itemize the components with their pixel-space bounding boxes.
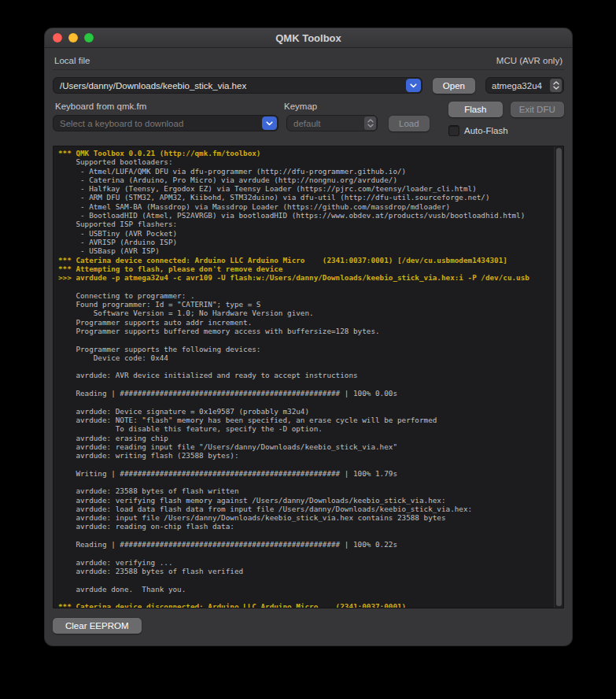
- console-line: To disable this feature, specify the -D …: [58, 424, 551, 433]
- console-line: avrdude: reading input file "/Users/dann…: [58, 442, 551, 451]
- console-line: - BootloadHID (Atmel, PS2AVRGB) via boot…: [58, 211, 551, 220]
- console-line: [58, 531, 551, 540]
- console-line: [58, 460, 551, 468]
- console-line: avrdude: 23588 bytes of flash written: [58, 486, 551, 495]
- window-title: QMK Toolbox: [275, 32, 341, 44]
- console-line: [58, 282, 551, 290]
- console-line: Reading | ##############################…: [58, 540, 551, 549]
- console-line: avrdude: writing flash (23588 bytes):: [58, 451, 551, 460]
- mcu-stepper[interactable]: [550, 79, 562, 92]
- auto-flash-checkbox[interactable]: [448, 125, 459, 136]
- console-line: avrdude: 23588 bytes of flash verified: [58, 567, 551, 575]
- console-line: - Caterina (Arduino, Pro Micro) via avrd…: [58, 176, 551, 184]
- console-line: Programmer supports the following device…: [58, 345, 551, 353]
- console-scrollbar[interactable]: [554, 146, 563, 608]
- console-line: avrdude: input file /Users/danny/Downloa…: [58, 513, 551, 522]
- keymap-select[interactable]: default: [286, 115, 378, 131]
- file-row: /Users/danny/Downloads/keebio_stick_via.…: [53, 77, 564, 94]
- console-line: Supported bootloaders:: [58, 157, 551, 166]
- console-line: Writing | ##############################…: [58, 469, 551, 478]
- console-line: Programmer supports buffered memory acce…: [58, 327, 551, 335]
- console-line: [58, 398, 551, 406]
- console-line: - AVRISP (Arduino ISP): [58, 238, 551, 246]
- console-line: [58, 575, 551, 584]
- keyboard-labels-row: Keyboard from qmk.fm Keymap: [55, 102, 434, 111]
- console-line: *** Caterina device connected: Arduino L…: [58, 256, 551, 264]
- keyboard-label: Keyboard from qmk.fm: [55, 102, 284, 111]
- mcu-label: MCU (AVR only): [496, 56, 563, 65]
- clear-eeprom-button[interactable]: Clear EEPROM: [53, 618, 142, 634]
- console-line: avrdude: NOTE: "flash" memory has been s…: [58, 416, 551, 424]
- file-path-value: /Users/danny/Downloads/keebio_stick_via.…: [53, 81, 406, 91]
- console-line: *** Caterina device disconnected: Arduin…: [58, 602, 551, 608]
- section-header-row: Local file MCU (AVR only): [53, 54, 564, 70]
- console-line: - USBasp (AVR ISP): [58, 246, 551, 255]
- keyboard-select-placeholder: Select a keyboard to download: [53, 119, 262, 128]
- console-line: - Atmel SAM-BA (Massdrop) via Massdrop L…: [58, 202, 551, 211]
- console-line: [58, 594, 551, 602]
- load-button[interactable]: Load: [389, 116, 430, 131]
- auto-flash-row: Auto-Flash: [448, 125, 564, 136]
- console-line: Software Version = 1.0; No Hardware Vers…: [58, 309, 551, 317]
- chevron-down-icon: [553, 86, 559, 90]
- console-line: - Atmel/LUFA/QMK DFU via dfu-programmer …: [58, 167, 551, 176]
- keymap-popup-arrows: [364, 116, 376, 130]
- console-line: Device code: 0x44: [58, 353, 551, 362]
- console-line: avrdude: reading on-chip flash data:: [58, 522, 551, 531]
- bottom-row: Clear EEPROM: [53, 618, 564, 634]
- console-line: Supported ISP flashers:: [58, 220, 551, 228]
- console-line: Connecting to programmer: .: [58, 291, 551, 300]
- console-line: [58, 362, 551, 371]
- console-line: avrdude: verifying flash memory against …: [58, 496, 551, 505]
- local-file-label: Local file: [54, 56, 90, 65]
- keymap-select-value: default: [287, 119, 364, 128]
- qmk-toolbox-window: QMK Toolbox Local file MCU (AVR only) /U…: [45, 28, 572, 645]
- console-line: avrdude: erasing chip: [58, 434, 551, 442]
- file-combo-dropdown-button[interactable]: [406, 79, 421, 92]
- console-line: avrdude done. Thank you.: [58, 585, 551, 594]
- console-line: [58, 478, 551, 486]
- console-line: Found programmer: Id = "CATERIN"; type =…: [58, 300, 551, 309]
- flash-button[interactable]: Flash: [448, 102, 503, 117]
- zoom-window-button[interactable]: [84, 33, 94, 43]
- console-line: avrdude: verifying ...: [58, 558, 551, 567]
- keyboard-column: Keyboard from qmk.fm Keymap Select a key…: [53, 102, 434, 136]
- exit-dfu-button[interactable]: Exit DFU: [511, 102, 565, 117]
- console-line: avrdude: Device signature = 0x1e9587 (pr…: [58, 407, 551, 416]
- console-line: - Halfkay (Teensy, Ergodox EZ) via Teens…: [58, 184, 551, 193]
- console-line: [58, 549, 551, 557]
- mcu-value: atmega32u4: [486, 81, 550, 91]
- close-window-button[interactable]: [53, 33, 62, 43]
- flash-column: Flash Exit DFU Auto-Flash: [448, 102, 564, 136]
- open-button[interactable]: Open: [433, 78, 475, 94]
- keyboard-controls-row: Select a keyboard to download default Lo…: [53, 115, 434, 131]
- window-content: Local file MCU (AVR only) /Users/danny/D…: [45, 48, 572, 645]
- console-line: - USBTiny (AVR Pocket): [58, 229, 551, 238]
- file-path-combo[interactable]: /Users/danny/Downloads/keebio_stick_via.…: [53, 77, 422, 94]
- console-line: avrdude: load data flash data from input…: [58, 505, 551, 513]
- chevron-up-icon: [367, 119, 374, 123]
- console-lines: *** QMK Toolbox 0.0.21 (http://qmk.fm/to…: [53, 146, 563, 608]
- console-line: [58, 380, 551, 389]
- console-line: *** Attempting to flash, please don't re…: [58, 264, 551, 273]
- console-line: >>> avrdude -p atmega32u4 -c avr109 -U f…: [58, 273, 551, 282]
- minimize-window-button[interactable]: [68, 33, 78, 43]
- titlebar[interactable]: QMK Toolbox: [45, 28, 572, 48]
- keymap-label: Keymap: [284, 102, 317, 111]
- chevron-down-icon: [266, 121, 273, 126]
- mcu-select[interactable]: atmega32u4: [485, 77, 564, 94]
- console-line: [58, 335, 551, 344]
- console-line: - ARM DFU (STM32, APM32, Kiibohd, STM32d…: [58, 193, 551, 202]
- console-line: Reading | ##############################…: [58, 389, 551, 398]
- console-log[interactable]: *** QMK Toolbox 0.0.21 (http://qmk.fm/to…: [53, 146, 564, 608]
- keyboard-select[interactable]: Select a keyboard to download: [53, 115, 278, 131]
- flash-buttons-row: Flash Exit DFU: [448, 102, 564, 117]
- console-line: avrdude: AVR device initialized and read…: [58, 371, 551, 379]
- chevron-down-icon: [367, 124, 374, 128]
- keyboard-row: Keyboard from qmk.fm Keymap Select a key…: [53, 102, 564, 136]
- auto-flash-label: Auto-Flash: [464, 126, 508, 135]
- chevron-up-icon: [553, 81, 559, 85]
- scrollbar-thumb[interactable]: [556, 148, 562, 606]
- keyboard-combo-dropdown-button[interactable]: [262, 116, 277, 130]
- chevron-down-icon: [410, 83, 417, 88]
